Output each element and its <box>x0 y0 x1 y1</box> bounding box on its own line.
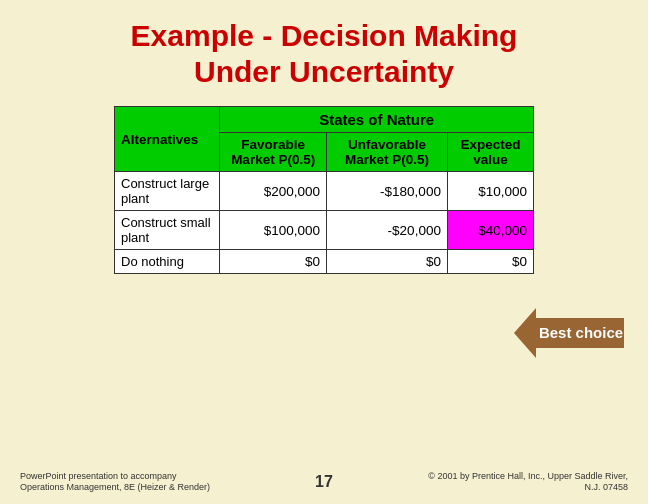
best-choice-arrow: Best choice <box>514 308 632 360</box>
col-alternatives-header: Alternatives <box>115 107 220 172</box>
table-row: Construct small plant $100,000 -$20,000 … <box>115 211 534 250</box>
row-1-expected: $40,000 <box>447 211 533 250</box>
slide: Example - Decision Making Under Uncertai… <box>0 0 648 504</box>
col-expected-header: Expected value <box>447 133 533 172</box>
row-label-0: Construct large plant <box>115 172 220 211</box>
best-choice-label: Best choice <box>536 308 626 358</box>
footer-left-text: PowerPoint presentation to accompany Ope… <box>20 471 220 494</box>
slide-title: Example - Decision Making Under Uncertai… <box>24 18 624 90</box>
title-line1: Example - Decision Making <box>131 19 518 52</box>
footer-right-text: © 2001 by Prentice Hall, Inc., Upper Sad… <box>428 471 628 494</box>
row-1-unfavorable: -$20,000 <box>326 211 447 250</box>
states-of-nature-header: States of Nature <box>220 107 534 133</box>
footer-page-number: 17 <box>315 473 333 491</box>
row-label-2: Do nothing <box>115 250 220 274</box>
arrow-head-icon <box>514 308 536 358</box>
title-line2: Under Uncertainty <box>194 55 454 88</box>
col-favorable-header: Favorable Market P(0.5) <box>220 133 327 172</box>
row-2-unfavorable: $0 <box>326 250 447 274</box>
row-1-favorable: $100,000 <box>220 211 327 250</box>
row-label-1: Construct small plant <box>115 211 220 250</box>
col-unfavorable-header: Unfavorable Market P(0.5) <box>326 133 447 172</box>
row-0-unfavorable: -$180,000 <box>326 172 447 211</box>
table-row: Do nothing $0 $0 $0 <box>115 250 534 274</box>
table-wrapper: Alternatives States of Nature Favorable … <box>114 106 534 274</box>
footer: PowerPoint presentation to accompany Ope… <box>0 471 648 494</box>
table-row: Construct large plant $200,000 -$180,000… <box>115 172 534 211</box>
row-2-expected: $0 <box>447 250 533 274</box>
decision-table: Alternatives States of Nature Favorable … <box>114 106 534 274</box>
row-2-favorable: $0 <box>220 250 327 274</box>
row-0-favorable: $200,000 <box>220 172 327 211</box>
row-0-expected: $10,000 <box>447 172 533 211</box>
